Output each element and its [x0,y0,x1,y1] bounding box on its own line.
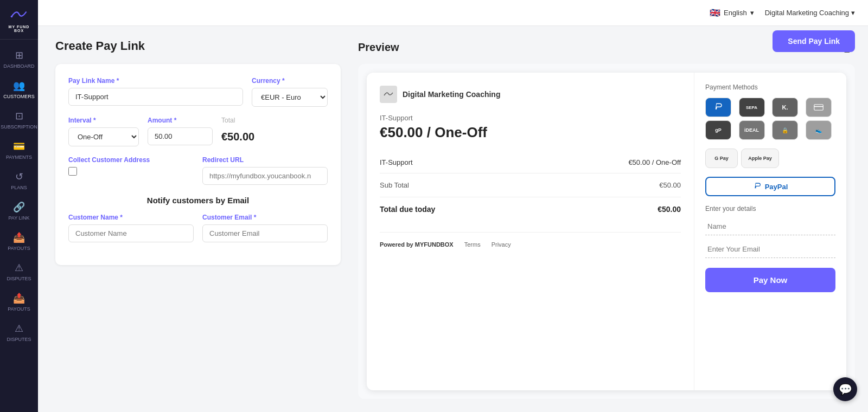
ideal-method-btn[interactable]: iDEAL [739,120,765,140]
sidebar-item-paylink[interactable]: 🔗 PAY LINK [0,196,38,226]
gp-method-btn[interactable]: gP [705,120,731,140]
left-panel: Create Pay Link Pay Link Name * Currency… [38,26,358,412]
language-label: English [724,9,747,17]
collect-address-checkbox[interactable] [68,167,77,176]
brand-icon [380,86,397,103]
preview-email-input[interactable] [705,241,835,258]
paypal-selected-option[interactable]: PayPal [705,177,835,196]
collect-address-checkbox-group [68,167,194,176]
total-label: Total [221,117,328,124]
preview-card: Digital Marketing Coaching IT-Support €5… [358,64,855,399]
sidebar-item-disputes2[interactable]: ⚠ DISPUTES [0,317,38,347]
brand-name: Digital Marketing Coaching [403,90,500,99]
svg-point-0 [11,16,13,18]
main-area: 🇬🇧 English ▾ Digital Marketing Coaching … [38,0,868,412]
customer-email-group: Customer Email * [202,214,328,242]
sidebar-item-payouts[interactable]: 📤 PAYOUTS [0,226,38,256]
amount-input[interactable] [148,127,213,145]
card-method-btn[interactable] [806,98,832,117]
form-row-1: Pay Link Name * Currency * €EUR - Euro [68,77,328,107]
preview-brand: Digital Marketing Coaching [380,86,681,103]
customer-name-input[interactable] [68,224,194,242]
paylink-icon: 🔗 [13,201,25,213]
preview-title: Preview [358,41,399,54]
subscription-icon: ⊡ [15,110,23,122]
form-row-2: Interval * One-Off Amount * Total €50.00 [68,117,328,146]
customer-email-input[interactable] [202,224,328,242]
logo: MY FUND BOX [0,0,38,40]
flag-icon: 🇬🇧 [710,8,720,18]
payouts2-icon: 📤 [13,292,25,304]
sidebar-item-disputes[interactable]: ⚠ DISPUTES [0,256,38,287]
interval-select[interactable]: One-Off [68,127,139,146]
privacy-link[interactable]: Privacy [492,241,511,248]
gpay-method-btn[interactable]: G Pay [705,149,738,168]
plan-price: €50.00 / One-Off [380,124,681,141]
sidebar-item-plans[interactable]: ↺ PLANS [0,165,38,196]
sidebar-item-customers[interactable]: 👥 CUSTOMERS [0,74,38,105]
chat-icon: 💬 [839,383,852,396]
plan-name: IT-Support [380,114,681,122]
sepa-method-btn[interactable]: SEPA [739,98,765,117]
paypal-method-btn[interactable] [705,98,731,117]
dashboard-icon: ⊞ [15,49,23,61]
amount-label: Amount * [148,117,213,124]
applepay-method-btn[interactable]: Apple Pay [741,149,779,168]
lang-chevron-icon: ▾ [750,9,754,17]
form-row-4: Customer Name * Customer Email * [68,214,328,242]
preview-footer: Powered by MYFUNDBOX Terms Privacy [380,232,681,248]
preview-right: Payment Methods SEPA K. gP iDEAL [694,73,846,390]
payouts-icon: 📤 [13,231,25,243]
redirect-url-group: Redirect URL [202,156,328,185]
terms-link[interactable]: Terms [464,241,481,248]
preview-name-input[interactable] [705,218,835,235]
paypal-selected-label: PayPal [765,183,788,191]
pay-link-name-group: Pay Link Name * [68,77,243,107]
lock-method-btn[interactable]: 🔒 [772,120,798,140]
content-area: Create Pay Link Pay Link Name * Currency… [38,26,868,412]
redirect-url-label: Redirect URL [202,156,328,164]
chat-bubble[interactable]: 💬 [833,377,857,401]
preview-inner: Digital Marketing Coaching IT-Support €5… [367,73,846,390]
form-row-3: Collect Customer Address Redirect URL [68,156,328,185]
subtotal-value: €50.00 [659,181,681,189]
pay-link-name-input[interactable] [68,88,243,106]
line-items: IT-Support €50.00 / One-Off Sub Total €5… [380,154,681,219]
subtotal-label: Sub Total [380,181,409,189]
sidebar-item-payouts2[interactable]: 📤 PAYOUTS [0,287,38,317]
language-selector[interactable]: 🇬🇧 English ▾ [710,8,754,18]
klarna-method-btn[interactable]: K. [772,98,798,117]
redirect-url-input[interactable] [202,167,328,185]
send-pay-link-button[interactable]: Send Pay Link [773,30,855,52]
sidebar-item-payments[interactable]: 💳 PAYMENTS [0,135,38,165]
sidebar-item-subscription[interactable]: ⊡ SUBSCRIPTION [0,105,38,135]
payments-icon: 💳 [13,140,25,152]
organization-selector[interactable]: Digital Marketing Coaching ▾ [765,9,855,17]
shoe-method-btn[interactable]: 👟 [806,120,832,140]
payment-methods-title: Payment Methods [705,83,835,91]
total-due-label: Total due today [380,205,435,214]
sidebar: MY FUND BOX ⊞ DASHBOARD 👥 CUSTOMERS ⊡ SU… [0,0,38,412]
sidebar-item-dashboard[interactable]: ⊞ DASHBOARD [0,44,38,74]
pay-now-button[interactable]: Pay Now [705,268,835,292]
customer-name-label: Customer Name * [68,214,194,221]
collect-address-label: Collect Customer Address [68,156,194,164]
svg-rect-1 [814,105,823,111]
org-chevron-icon: ▾ [851,9,855,17]
right-panel: Preview 🖥 📱 Digital Marketing Coaching [358,26,868,412]
powered-by: Powered by MYFUNDBOX [380,241,454,248]
line-item-name: IT-Support [380,158,413,166]
page-title: Create Pay Link [55,39,341,53]
collect-address-group: Collect Customer Address [68,156,194,185]
organization-label: Digital Marketing Coaching [765,9,849,17]
enter-details-title: Enter your details [705,205,835,213]
amount-group: Amount * [148,117,213,146]
total-due-value: €50.00 [658,205,681,214]
disputes2-icon: ⚠ [15,323,23,334]
customer-email-label: Customer Email * [202,214,328,221]
pay-link-name-label: Pay Link Name * [68,77,243,85]
currency-group: Currency * €EUR - Euro [252,77,328,107]
line-item-price: €50.00 / One-Off [628,158,681,166]
line-item: IT-Support €50.00 / One-Off [380,154,681,171]
currency-select[interactable]: €EUR - Euro [252,88,328,107]
